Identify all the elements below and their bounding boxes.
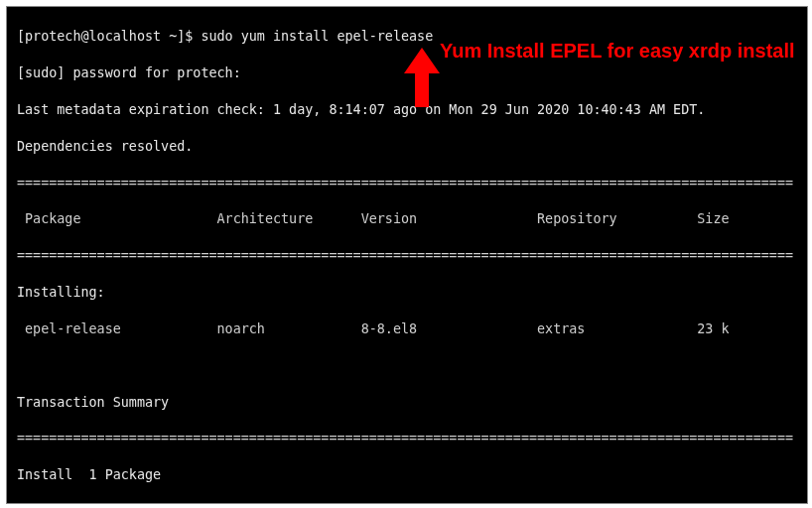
table-header-row: Package Architecture Version Repository …: [17, 210, 797, 228]
deps-resolved-line: Dependencies resolved.: [17, 138, 797, 156]
blank-line: [17, 503, 797, 504]
terminal-window[interactable]: [protech@localhost ~]$ sudo yum install …: [6, 6, 808, 504]
blank-line: [17, 357, 797, 375]
terminal-content: [protech@localhost ~]$ sudo yum install …: [17, 10, 797, 504]
metadata-expiry-line: Last metadata expiration check: 1 day, 8…: [17, 101, 797, 119]
install-count-line: Install 1 Package: [17, 466, 797, 484]
sudo-password-line: [sudo] password for protech:: [17, 64, 797, 82]
installing-header: Installing:: [17, 284, 797, 302]
package-row: epel-release noarch 8-8.el8 extras 23 k: [17, 320, 797, 338]
rule-line: ========================================…: [17, 247, 797, 265]
transaction-summary-header: Transaction Summary: [17, 394, 797, 412]
rule-line: ========================================…: [17, 175, 797, 192]
prompt-line: [protech@localhost ~]$ sudo yum install …: [17, 28, 797, 46]
rule-line: ========================================…: [17, 430, 797, 447]
